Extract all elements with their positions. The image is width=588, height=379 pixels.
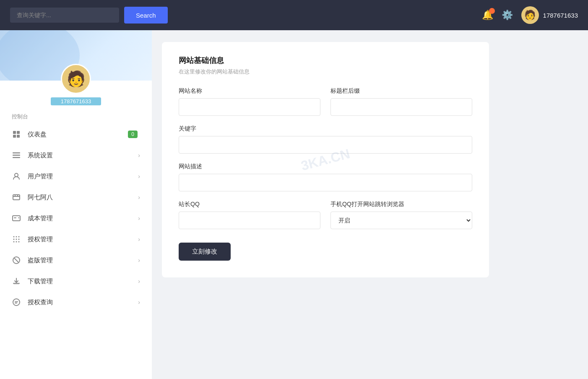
sidebar-item-users[interactable]: 用户管理 › [0,166,152,187]
svg-rect-11 [18,217,19,218]
svg-line-22 [14,258,18,262]
avatar: 🧑 [521,6,539,24]
description-label: 网站描述 [179,163,472,170]
svg-point-15 [13,239,15,240]
sidebar-label-settings: 系统设置 [28,152,138,159]
arrow-icon-a7a8: › [138,194,140,201]
svg-point-17 [18,239,20,240]
sidebar-item-settings[interactable]: 系统设置 › [0,145,152,166]
description-input[interactable] [179,174,472,191]
cost-icon [12,214,21,223]
arrow-icon-auth: › [138,236,140,243]
svg-rect-8 [13,195,20,200]
sidebar-label-auth-query: 授权查询 [28,298,138,306]
arrow-icon-users: › [138,173,140,180]
auth-query-icon [12,298,21,307]
arrow-icon-download: › [138,278,140,285]
sidebar-avatar: 🧑 [61,64,91,94]
svg-rect-0 [13,131,16,134]
svg-point-12 [13,236,15,238]
form-group-mobile-qq: 手机QQ打开网站跳转浏览器 开启 关闭 [330,201,472,229]
card-subtitle: 在这里修改你的网站基础信息 [179,68,472,76]
svg-rect-9 [13,216,20,221]
username-label: 1787671633 [543,12,578,19]
users-icon [12,172,21,181]
form-group-title-suffix: 标题栏后缀 [330,87,472,116]
svg-point-19 [16,241,17,243]
title-suffix-input[interactable] [330,98,472,116]
search-button[interactable]: Search [124,7,168,24]
svg-point-18 [13,241,15,243]
svg-point-14 [18,236,20,238]
a7a8-icon [12,193,21,202]
svg-point-20 [18,241,20,243]
mobile-qq-select[interactable]: 开启 关闭 [330,212,472,229]
form-row-1: 网站名称 标题栏后缀 [179,87,472,116]
sidebar-profile: 🧑 1787671633 [0,64,152,105]
card-title: 网站基础信息 [179,55,472,65]
piracy-icon [12,256,21,265]
settings-icon[interactable]: ⚙️ [502,10,513,21]
sidebar-item-auth-query[interactable]: 授权查询 › [0,292,152,313]
auth-icon [12,235,21,244]
arrow-icon-settings: › [138,152,140,159]
sidebar-label-users: 用户管理 [28,173,138,180]
sidebar-item-piracy[interactable]: 盗版管理 › [0,250,152,271]
form-group-description: 网站描述 [179,163,472,191]
sidebar-label-dashboard: 仪表盘 [28,131,128,139]
svg-rect-3 [17,135,20,138]
sidebar: 🧑 1787671633 控制台 仪表盘 0 系统设置 › 用户管理 [0,30,152,379]
svg-rect-10 [14,217,16,218]
arrow-icon-auth-query: › [138,299,140,306]
svg-point-7 [15,173,18,177]
dashboard-badge: 0 [128,131,138,138]
form-group-site-name: 网站名称 [179,87,320,116]
arrow-icon-piracy: › [138,257,140,264]
search-input[interactable] [10,8,119,23]
svg-rect-5 [13,155,20,156]
form-row-2: 关键字 [179,125,472,154]
dashboard-icon [12,130,21,139]
keyword-input[interactable] [179,136,472,154]
user-area[interactable]: 🧑 1787671633 [521,6,578,24]
qq-label: 站长QQ [179,201,320,208]
sidebar-username: 1787671633 [51,97,101,105]
title-suffix-label: 标题栏后缀 [330,87,472,95]
header-right: 🔔 ⚙️ 🧑 1787671633 [482,6,578,24]
svg-rect-1 [17,131,20,134]
sidebar-item-download[interactable]: 下载管理 › [0,271,152,292]
content-card: 3KA.CN 网站基础信息 在这里修改你的网站基础信息 网站名称 标题栏后缀 关… [162,42,489,277]
form-row-4: 站长QQ 手机QQ打开网站跳转浏览器 开启 关闭 [179,201,472,229]
main-layout: 🧑 1787671633 控制台 仪表盘 0 系统设置 › 用户管理 [0,30,588,379]
header: Search 🔔 ⚙️ 🧑 1787671633 [0,0,588,30]
notification-badge [489,8,495,14]
sidebar-label-piracy: 盗版管理 [28,256,138,264]
svg-point-16 [16,239,17,240]
svg-rect-2 [13,135,16,138]
mobile-qq-label: 手机QQ打开网站跳转浏览器 [330,201,472,208]
form-group-qq: 站长QQ [179,201,320,229]
submit-button[interactable]: 立刻修改 [179,243,231,261]
download-icon [12,277,21,286]
form-group-keyword: 关键字 [179,125,472,154]
notification-icon[interactable]: 🔔 [482,10,493,21]
sidebar-item-a7a8[interactable]: 阿七阿八 › [0,187,152,208]
svg-point-13 [16,236,17,238]
qq-input[interactable] [179,212,320,229]
site-name-label: 网站名称 [179,87,320,95]
sidebar-section-label: 控制台 [0,105,152,124]
sidebar-item-dashboard[interactable]: 仪表盘 0 [0,124,152,145]
sidebar-item-cost[interactable]: 成本管理 › [0,208,152,229]
arrow-icon-cost: › [138,215,140,222]
svg-rect-6 [13,157,20,158]
svg-rect-4 [13,152,20,154]
sidebar-label-download: 下载管理 [28,277,138,285]
keyword-label: 关键字 [179,125,472,133]
sidebar-label-a7a8: 阿七阿八 [28,193,138,201]
content: 3KA.CN 网站基础信息 在这里修改你的网站基础信息 网站名称 标题栏后缀 关… [152,30,588,379]
site-name-input[interactable] [179,98,320,116]
form-row-3: 网站描述 [179,163,472,191]
sidebar-item-auth[interactable]: 授权管理 › [0,229,152,250]
settings-menu-icon [12,151,21,160]
sidebar-label-auth: 授权管理 [28,235,138,243]
